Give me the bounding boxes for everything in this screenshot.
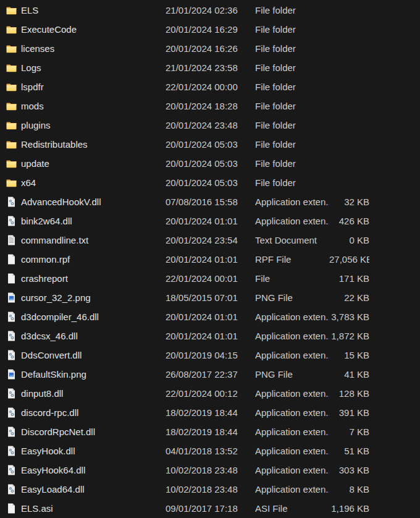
folder-icon	[6, 62, 17, 73]
file-row[interactable]: discord-rpc.dll 18/02/2019 18:44 Applica…	[0, 403, 420, 422]
file-row[interactable]: mods 20/01/2024 18:28 File folder	[0, 96, 420, 116]
file-date-modified: 20/01/2024 16:26	[166, 43, 255, 54]
file-type: Application exten...	[255, 331, 329, 341]
file-name-cell: update	[6, 158, 166, 169]
file-date-modified: 20/01/2024 01:01	[166, 331, 255, 341]
file-type: RPF File	[255, 254, 329, 265]
file-name-cell: Redistributables	[6, 139, 166, 150]
file-date-modified: 22/01/2024 00:12	[166, 388, 255, 399]
folder-icon	[6, 82, 17, 92]
dll-file-icon	[6, 427, 17, 437]
file-row[interactable]: DiscordRpcNet.dll 18/02/2019 18:44 Appli…	[0, 422, 420, 441]
file-row[interactable]: Redistributables 20/01/2024 05:03 File f…	[0, 135, 420, 154]
folder-icon	[6, 158, 17, 169]
file-name: EasyLoad64.dll	[21, 484, 85, 495]
file-type: Application exten...	[255, 484, 329, 495]
file-name-cell: EasyLoad64.dll	[6, 484, 166, 495]
file-date-modified: 22/01/2024 00:00	[166, 82, 255, 92]
file-name: DdsConvert.dll	[21, 350, 82, 360]
file-size: 22 KB	[329, 292, 369, 303]
file-row[interactable]: EasyHook.dll 04/01/2018 13:52 Applicatio…	[0, 441, 420, 461]
file-name: cursor_32_2.png	[21, 292, 91, 303]
file-size: 7 KB	[329, 427, 369, 437]
file-name-cell: ELS	[6, 5, 166, 15]
file-type: PNG File	[255, 292, 329, 303]
file-name-cell: cursor_32_2.png	[6, 292, 166, 303]
file-date-modified: 18/05/2015 07:01	[166, 292, 255, 303]
file-type: File folder	[255, 24, 329, 35]
file-name: update	[21, 158, 49, 169]
file-type: Application exten...	[255, 350, 329, 360]
file-row[interactable]: lspdfr 22/01/2024 00:00 File folder	[0, 77, 420, 96]
file-name: DiscordRpcNet.dll	[21, 427, 95, 437]
file-type: File folder	[255, 101, 329, 111]
dll-file-icon	[6, 407, 17, 418]
file-row[interactable]: EasyLoad64.dll 10/02/2018 23:48 Applicat…	[0, 480, 420, 499]
file-size: 3,783 KB	[329, 312, 369, 322]
file-size: 51 KB	[329, 446, 369, 456]
file-date-modified: 20/01/2024 23:48	[166, 120, 255, 130]
file-row[interactable]: update 20/01/2024 05:03 File folder	[0, 154, 420, 173]
file-name-cell: DefaultSkin.png	[6, 369, 166, 380]
file-row[interactable]: d3dcompiler_46.dll 20/01/2024 01:01 Appl…	[0, 307, 420, 326]
file-name: EasyHook.dll	[21, 446, 75, 456]
dll-file-icon	[6, 216, 17, 226]
file-name: d3dcompiler_46.dll	[21, 312, 99, 322]
file-row[interactable]: Logs 21/01/2024 23:58 File folder	[0, 58, 420, 77]
folder-icon	[6, 101, 17, 111]
file-name: EasyHook64.dll	[21, 465, 85, 475]
file-name: ExecuteCode	[21, 24, 77, 35]
file-name-cell: licenses	[6, 43, 166, 54]
file-name-cell: EasyHook.dll	[6, 446, 166, 456]
file-date-modified: 10/02/2018 23:48	[166, 484, 255, 495]
file-date-modified: 20/01/2024 05:03	[166, 177, 255, 188]
file-row[interactable]: x64 20/01/2024 05:03 File folder	[0, 173, 420, 192]
file-name-cell: discord-rpc.dll	[6, 407, 166, 418]
dll-file-icon	[6, 388, 17, 399]
folder-icon	[6, 24, 17, 35]
file-row[interactable]: ExecuteCode 20/01/2024 16:29 File folder	[0, 20, 420, 39]
file-row[interactable]: EasyHook64.dll 10/02/2018 23:48 Applicat…	[0, 461, 420, 480]
file-row[interactable]: DefaultSkin.png 26/08/2017 22:37 PNG Fil…	[0, 365, 420, 384]
file-row[interactable]: common.rpf 20/01/2024 01:01 RPF File 27,…	[0, 250, 420, 269]
file-row[interactable]: bink2w64.dll 20/01/2024 01:01 Applicatio…	[0, 211, 420, 231]
file-row[interactable]: plugins 20/01/2024 23:48 File folder	[0, 116, 420, 135]
file-row[interactable]: licenses 20/01/2024 16:26 File folder	[0, 39, 420, 58]
file-row[interactable]: ELS.asi 09/01/2017 17:18 ASI File 1,196 …	[0, 499, 420, 518]
file-name: ELS	[21, 5, 38, 15]
file-row[interactable]: cursor_32_2.png 18/05/2015 07:01 PNG Fil…	[0, 288, 420, 307]
file-size: 303 KB	[329, 465, 369, 475]
folder-icon	[6, 43, 17, 54]
file-date-modified: 26/08/2017 22:37	[166, 369, 255, 380]
file-row[interactable]: d3dcsx_46.dll 20/01/2024 01:01 Applicati…	[0, 326, 420, 346]
file-name-cell: dinput8.dll	[6, 388, 166, 399]
file-type: Application exten...	[255, 216, 329, 226]
image-file-icon	[6, 369, 17, 380]
file-name: licenses	[21, 43, 54, 54]
file-row[interactable]: ELS 21/01/2024 02:36 File folder	[0, 1, 420, 20]
file-row[interactable]: AdvancedHookV.dll 07/08/2016 15:58 Appli…	[0, 192, 420, 211]
file-size: 128 KB	[329, 388, 369, 399]
file-type: File folder	[255, 177, 329, 188]
file-type: File folder	[255, 82, 329, 92]
file-name: d3dcsx_46.dll	[21, 331, 78, 341]
file-row[interactable]: commandline.txt 20/01/2024 23:54 Text Do…	[0, 231, 420, 250]
file-date-modified: 09/01/2017 17:18	[166, 503, 255, 514]
file-name-cell: crashreport	[6, 273, 166, 284]
file-type: PNG File	[255, 369, 329, 380]
image-file-icon	[6, 292, 17, 303]
file-row[interactable]: DdsConvert.dll 20/01/2019 04:15 Applicat…	[0, 346, 420, 365]
dll-file-icon	[6, 484, 17, 495]
file-name-cell: commandline.txt	[6, 235, 166, 245]
text-file-icon	[6, 235, 17, 245]
file-size: 15 KB	[329, 350, 369, 360]
file-type: File folder	[255, 62, 329, 73]
file-size: 41 KB	[329, 369, 369, 380]
file-date-modified: 07/08/2016 15:58	[166, 197, 255, 207]
file-row[interactable]: crashreport 22/01/2024 00:01 File 171 KB	[0, 269, 420, 288]
file-type: Application exten...	[255, 197, 329, 207]
file-row[interactable]: dinput8.dll 22/01/2024 00:12 Application…	[0, 384, 420, 403]
file-type: Application exten...	[255, 312, 329, 322]
file-name: AdvancedHookV.dll	[21, 197, 101, 207]
file-name: commandline.txt	[21, 235, 88, 245]
